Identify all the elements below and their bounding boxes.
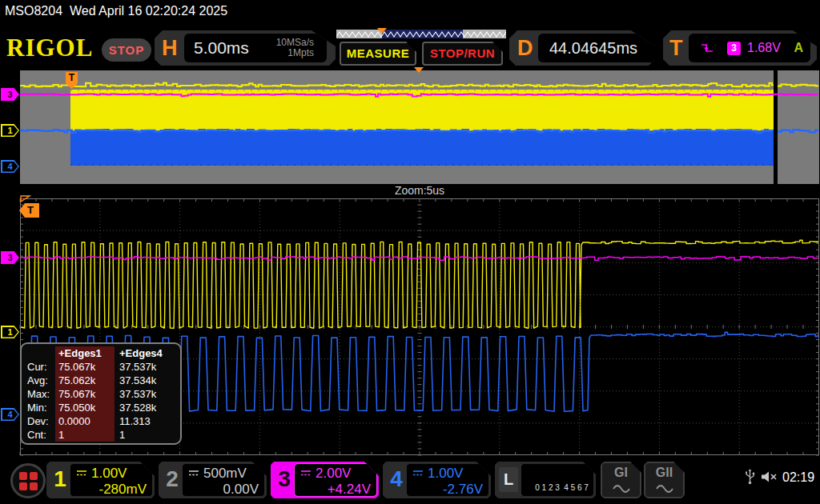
- speaker-muted-icon[interactable]: [761, 470, 778, 483]
- channel-2-number: 2: [163, 466, 181, 492]
- measure-value: 75.050k: [55, 401, 115, 414]
- dc-coupling-icon: [188, 470, 199, 477]
- zoom-timebase-label: Zoom:5us: [20, 184, 819, 197]
- measure-value: 75.067k: [55, 387, 115, 401]
- generator-2-label: GII: [656, 466, 673, 479]
- dc-coupling-icon: [76, 470, 87, 477]
- logic-label: L: [499, 467, 518, 492]
- channel-3-number: 3: [275, 466, 293, 492]
- measure-value: 37.537k: [115, 360, 172, 374]
- channel-4-offset: -2.76V: [412, 482, 483, 498]
- logic-channel-list: 0 1 2 3 4 5 6 7 8 9 1011 12131415: [521, 464, 593, 496]
- trigger-falling-edge-icon: [700, 42, 714, 54]
- channel-4-box[interactable]: 4 1.00V -2.76V: [383, 462, 491, 498]
- rigol-logo: RIGOL: [6, 34, 93, 62]
- measure-value: 37.534k: [115, 374, 172, 387]
- trigger-level-value: 1.68V: [747, 41, 781, 55]
- channel-3-scale: 2.00V: [316, 466, 351, 482]
- channel-2-offset: 0.00V: [188, 482, 259, 498]
- channel-2-scale: 500mV: [203, 466, 247, 482]
- delay-value: 44.04645ms: [538, 34, 660, 62]
- waveform-position-scrollbar[interactable]: [336, 28, 506, 40]
- channel-1-offset: -280mV: [76, 482, 147, 498]
- memory-depth: 1Mpts: [287, 47, 314, 58]
- measure-value: 0.0000: [55, 414, 115, 428]
- measure-col-edges1: +Edges1: [55, 346, 115, 360]
- measure-value: 1: [55, 428, 115, 442]
- main-menu-button[interactable]: [10, 463, 46, 498]
- trigger-corner-icon: [20, 195, 31, 203]
- generator-1-label: GI: [614, 466, 628, 479]
- sine-icon: [655, 484, 674, 493]
- sample-rate-readout: 10MSa/s 1Mpts: [276, 38, 314, 58]
- dc-coupling-icon: [300, 470, 312, 477]
- trigger-label: T: [669, 30, 683, 66]
- measure-row-label: Cnt:: [22, 428, 55, 442]
- trigger-source-badge: 3: [727, 42, 741, 55]
- measurement-results-panel[interactable]: +Edges1 +Edges4 Cur: 75.067k 37.537k Avg…: [20, 342, 182, 445]
- measure-col-edges4: +Edges4: [115, 346, 172, 360]
- delay-label: D: [517, 30, 533, 66]
- measure-row-label: Avg:: [22, 374, 55, 387]
- channel-1-box[interactable]: 1 1.00V -280mV: [46, 462, 155, 498]
- timebase-value: 5.00ms: [194, 38, 249, 58]
- measure-value: 1: [115, 428, 172, 442]
- measure-value: 37.528k: [115, 401, 172, 414]
- measure-header-spacer: [22, 346, 55, 360]
- zoom-window-position-icon: [414, 67, 424, 73]
- trigger-info-box: 3 1.68V A: [689, 34, 810, 62]
- generator-2-button[interactable]: GII: [644, 462, 685, 498]
- horizontal-timebase-panel[interactable]: H 5.00ms 10MSa/s 1Mpts: [155, 30, 336, 66]
- logic-channels-box[interactable]: L 0 1 2 3 4 5 6 7 8 9 1011 12131415: [495, 462, 596, 498]
- measure-button[interactable]: MEASURE: [340, 42, 416, 66]
- measure-value: 37.537k: [115, 387, 172, 401]
- stop-run-button[interactable]: STOP/RUN: [422, 42, 503, 66]
- dc-coupling-icon: [412, 470, 424, 477]
- channel-4-number: 4: [388, 466, 405, 492]
- delay-panel[interactable]: D 44.04645ms: [509, 30, 655, 66]
- measure-row-label: Cur:: [22, 360, 55, 374]
- measure-row-label: Max:: [22, 387, 55, 401]
- channel-3-offset: +4.24V: [300, 482, 371, 498]
- generator-1-button[interactable]: GI: [601, 462, 641, 498]
- channel-4-scale: 1.00V: [428, 466, 463, 482]
- sine-icon: [612, 484, 631, 493]
- usb-icon: [745, 469, 755, 485]
- trigger-panel[interactable]: T 3 1.68V A: [663, 30, 817, 66]
- acquisition-status-badge[interactable]: STOP: [102, 38, 151, 62]
- channel-1-scale: 1.00V: [91, 466, 127, 482]
- channel-3-box[interactable]: 3 2.00V +4.24V: [271, 462, 379, 498]
- trigger-mode: A: [794, 41, 803, 55]
- sample-rate: 10MSa/s: [276, 37, 314, 48]
- measure-value: 75.062k: [55, 374, 115, 387]
- horizontal-label: H: [162, 30, 178, 66]
- measure-row-label: Dev:: [22, 414, 55, 428]
- waveform-overview-strip[interactable]: [0, 70, 820, 184]
- menu-grid-icon: [19, 472, 38, 490]
- measure-value: 75.067k: [55, 360, 115, 374]
- channel-2-box[interactable]: 2 500mV 0.00V: [159, 462, 267, 498]
- channel-1-number: 1: [51, 466, 69, 492]
- measure-value: 11.313: [115, 414, 172, 428]
- clock: 02:19: [782, 470, 814, 485]
- timebase-value-box: 5.00ms 10MSa/s 1Mpts: [184, 34, 327, 62]
- status-bar-title: MSO8204 Wed April 16 02:20:24 2025: [5, 4, 227, 18]
- measure-row-label: Min:: [22, 401, 55, 414]
- logic-row-1: 0 1 2 3 4 5 6 7: [535, 483, 589, 492]
